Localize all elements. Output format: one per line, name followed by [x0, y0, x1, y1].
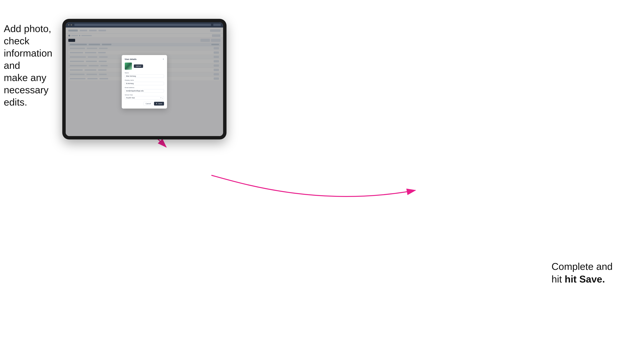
email-field-group: Email address	[125, 87, 164, 93]
upload-button[interactable]: Upload	[134, 64, 143, 68]
school-year-wrapper: × ⌄	[125, 96, 164, 100]
save-icon: ⬆	[156, 103, 158, 105]
school-year-field-group: School Year × ⌄	[125, 94, 164, 100]
name-field-group: Name	[125, 72, 164, 78]
user-details-modal: User details × Upload Name	[122, 55, 167, 109]
name-input[interactable]	[125, 74, 164, 78]
display-name-label: Display name	[125, 79, 164, 81]
email-input[interactable]	[125, 89, 164, 93]
photo-inner	[125, 63, 132, 70]
nav-dot-1	[68, 24, 70, 26]
app-body: User details × Upload Name	[66, 27, 223, 136]
display-name-input[interactable]	[125, 82, 164, 85]
annotation-left-line3: make any	[4, 72, 46, 83]
modal-title: User details	[125, 58, 136, 60]
save-button[interactable]: ⬆ Save	[154, 102, 164, 106]
user-photo-thumbnail	[125, 63, 132, 70]
app-header	[66, 22, 223, 27]
annotation-left-line4: necessary edits.	[4, 84, 48, 108]
tablet-screen: User details × Upload Name	[66, 22, 223, 136]
school-year-input[interactable]	[125, 96, 164, 100]
save-label: Save	[158, 103, 162, 105]
photo-row: Upload	[125, 63, 164, 70]
nav-btn-right	[213, 24, 221, 26]
modal-header: User details ×	[125, 58, 164, 60]
modal-footer: Cancel ⬆ Save	[125, 102, 164, 106]
modal-close-button[interactable]: ×	[163, 58, 164, 60]
cancel-button[interactable]: Cancel	[144, 102, 153, 106]
email-label: Email address	[125, 87, 164, 88]
modal-overlay: User details × Upload Name	[66, 27, 223, 136]
annotation-right-save: hit Save.	[564, 274, 605, 285]
school-year-chevron-icon[interactable]: ⌄	[162, 97, 163, 99]
name-label: Name	[125, 72, 164, 74]
school-year-clear-icon[interactable]: ×	[160, 97, 162, 99]
annotation-left: Add photo, check information and make an…	[4, 23, 60, 108]
nav-bar	[74, 24, 211, 26]
display-name-field-group: Display name	[125, 79, 164, 85]
nav-dot-2	[70, 24, 72, 26]
school-year-label: School Year	[125, 94, 164, 96]
annotation-right: Complete and hit hit Save.	[552, 260, 616, 286]
annotation-right-line1: Complete and	[552, 261, 613, 272]
annotation-left-line2: information and	[4, 48, 52, 71]
annotation-left-line1: Add photo, check	[4, 23, 51, 46]
tablet-device: User details × Upload Name	[62, 19, 226, 140]
